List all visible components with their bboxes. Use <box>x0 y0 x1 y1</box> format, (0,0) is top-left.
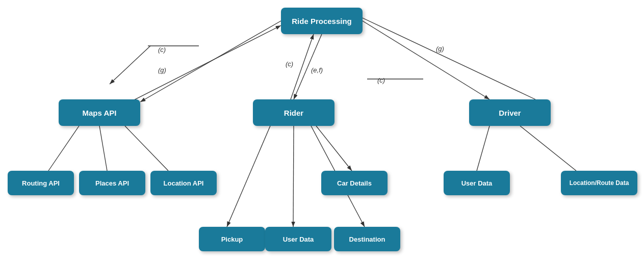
svg-line-9 <box>227 126 270 227</box>
label-c3: (c) <box>377 76 385 84</box>
svg-line-2 <box>140 21 281 102</box>
node-user-data-rider: User Data <box>265 227 331 251</box>
svg-line-3 <box>125 25 281 104</box>
svg-line-6 <box>363 21 490 99</box>
svg-line-14 <box>125 126 168 171</box>
svg-line-5 <box>291 34 314 99</box>
svg-line-12 <box>48 126 79 171</box>
diagram-container: (c) (g) (c) (e,f) (c) (g) Ride Processin… <box>0 0 644 262</box>
label-g1: (g) <box>158 66 166 74</box>
label-c1: (c) <box>158 46 166 54</box>
svg-line-18 <box>110 46 150 84</box>
node-destination: Destination <box>334 227 400 251</box>
node-user-data-driver: User Data <box>444 171 510 195</box>
node-location-route-data: Location/Route Data <box>561 171 637 195</box>
node-driver: Driver <box>469 99 551 126</box>
node-rider: Rider <box>253 99 334 126</box>
svg-line-8 <box>316 126 352 171</box>
label-ef: (e,f) <box>311 66 323 74</box>
label-c2: (c) <box>286 60 293 68</box>
label-g2: (g) <box>436 45 444 53</box>
svg-line-15 <box>477 126 490 171</box>
node-places-api: Places API <box>79 171 145 195</box>
node-car-details: Car Details <box>321 171 388 195</box>
svg-line-13 <box>99 126 107 171</box>
node-ride-processing: Ride Processing <box>281 8 363 34</box>
node-routing-api: Routing API <box>8 171 74 195</box>
svg-line-10 <box>293 126 294 227</box>
node-location-api: Location API <box>150 171 217 195</box>
node-pickup: Pickup <box>199 227 265 251</box>
svg-line-16 <box>520 126 576 171</box>
node-maps-api: Maps API <box>59 99 140 126</box>
svg-line-7 <box>357 15 535 99</box>
arrows-svg <box>0 0 644 262</box>
